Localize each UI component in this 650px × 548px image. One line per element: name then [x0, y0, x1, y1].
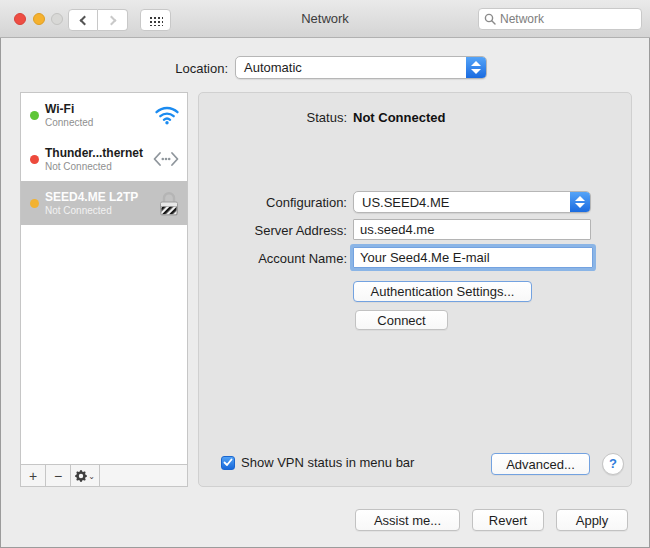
search-field[interactable]: ✕: [478, 8, 642, 30]
status-dot-green: [30, 111, 39, 120]
ethernet-icon: [152, 150, 180, 168]
popup-stepper-icon: [570, 192, 590, 212]
server-address-input[interactable]: [353, 219, 591, 240]
location-popup[interactable]: Automatic: [235, 56, 487, 79]
service-name: Thunder...thernet: [45, 146, 152, 160]
status-label: Status:: [202, 110, 347, 125]
vpn-lock-icon: [158, 190, 180, 217]
service-status: Not Connected: [45, 161, 152, 172]
sidebar-item-thunderbolt-ethernet[interactable]: Thunder...thernet Not Connected: [21, 137, 187, 181]
advanced-button[interactable]: Advanced...: [491, 453, 590, 475]
show-vpn-status-label: Show VPN status in menu bar: [241, 455, 414, 470]
show-vpn-status-checkbox[interactable]: [221, 456, 235, 470]
sidebar-item-wifi[interactable]: Wi-Fi Connected: [21, 93, 187, 137]
add-service-button[interactable]: +: [21, 465, 46, 486]
magnifier-icon: [484, 13, 496, 25]
service-detail-pane: Status: Not Connected Configuration: US.…: [198, 92, 632, 487]
location-label: Location:: [128, 61, 228, 76]
gear-icon: [75, 470, 87, 482]
sidebar-item-seed4me-l2tp[interactable]: SEED4.ME L2TP Not Connected: [21, 181, 187, 225]
titlebar: Network ✕: [0, 0, 650, 38]
checkmark-icon: [223, 458, 233, 467]
network-preferences-window: Network ✕ Location: Automatic Wi-Fi Conn…: [0, 0, 650, 548]
configuration-popup[interactable]: US.SEED4.ME: [353, 191, 591, 213]
remove-service-button[interactable]: −: [46, 465, 71, 486]
account-name-input[interactable]: [353, 247, 593, 268]
status-dot-yellow: [30, 199, 39, 208]
search-input[interactable]: [500, 12, 650, 26]
account-name-label: Account Name:: [202, 251, 347, 266]
show-vpn-status-row: Show VPN status in menu bar: [221, 455, 414, 470]
action-menu-button[interactable]: ⌄: [71, 465, 100, 486]
popup-stepper-icon: [466, 57, 486, 78]
list-action-bar: + − ⌄: [21, 464, 187, 486]
services-list: Wi-Fi Connected Thunder...thernet Not Co…: [20, 92, 188, 487]
authentication-settings-button[interactable]: Authentication Settings...: [353, 281, 532, 302]
apply-button[interactable]: Apply: [556, 509, 628, 531]
assist-me-button[interactable]: Assist me...: [355, 509, 460, 531]
service-status: Connected: [45, 117, 154, 128]
connect-button[interactable]: Connect: [355, 310, 448, 330]
configuration-popup-value: US.SEED4.ME: [354, 195, 570, 210]
wifi-icon: [154, 105, 180, 125]
service-name: Wi-Fi: [45, 102, 154, 116]
help-button[interactable]: ?: [602, 453, 624, 475]
status-dot-red: [30, 155, 39, 164]
service-status: Not Connected: [45, 205, 158, 216]
revert-button[interactable]: Revert: [472, 509, 544, 531]
server-address-label: Server Address:: [202, 223, 347, 238]
status-value: Not Connected: [353, 110, 445, 125]
chevron-down-icon: ⌄: [88, 472, 95, 481]
configuration-label: Configuration:: [202, 195, 347, 210]
location-popup-value: Automatic: [236, 60, 466, 75]
service-name: SEED4.ME L2TP: [45, 190, 158, 204]
